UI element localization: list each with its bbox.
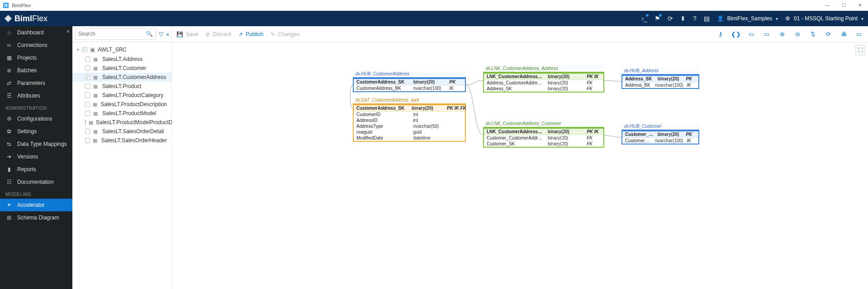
sidebar-item-attributes[interactable]: ☰Attributes [0, 89, 72, 102]
tree-checkbox[interactable] [85, 129, 90, 134]
tree-root[interactable]: ▾ ▣ AWLT_SRC [72, 45, 171, 55]
database-icon[interactable]: ▤ [704, 15, 710, 22]
tree-node[interactable]: ▦SalesLT.SalesOrderDetail [72, 127, 171, 136]
sidebar-item-projects[interactable]: ▦Projects [0, 51, 72, 64]
entity-lnk_customer[interactable]: dv.LNK_CustomerAddress_CustomerLNK_Custo… [483, 120, 604, 148]
sidebar-item-label: Reports [17, 166, 36, 172]
customer-selector[interactable]: ⚙ 01 - MSSQL Starting Point ▾ [785, 15, 863, 22]
refresh-icon[interactable]: ⟳ [668, 15, 673, 22]
tree-node[interactable]: ▦SalesLT.CustomerAddress [72, 73, 171, 82]
tree-checkbox[interactable] [85, 75, 90, 80]
tree-node[interactable]: ▦SalesLT.ProductModelProductDes... [72, 118, 171, 127]
type-icon[interactable]: ❮❯ [731, 30, 740, 39]
entity-hub_customer[interactable]: dv.HUB_CustomerCustomer_SKbinary(20)PKCu… [621, 123, 699, 144]
tree-checkbox[interactable] [85, 93, 90, 98]
col-name: Address_SK [487, 86, 544, 91]
tree-checkbox[interactable] [85, 84, 90, 89]
refresh2-icon[interactable]: ⟳ [824, 30, 833, 39]
sidebar-item-configurations[interactable]: ⚙Configurations [0, 112, 72, 125]
sidebar-item-connections[interactable]: ∞Connections [0, 39, 72, 51]
tree-checkbox[interactable] [85, 102, 90, 107]
parameters-icon: ⇄ [5, 80, 13, 86]
sidebar-item-accelerator[interactable]: ✶Accelerator [0, 199, 72, 211]
tree-root-checkbox[interactable] [82, 47, 87, 52]
tree-node-label: SalesLT.Customer [102, 65, 146, 71]
sidebar: « ⌂Dashboard∞Connections▦Projects≣Batche… [0, 26, 72, 289]
print-icon[interactable]: 🖶 [839, 30, 848, 39]
sidebar-item-label: Data Type Mappings [17, 141, 67, 147]
sidebar-item-documentation[interactable]: ☷Documentation [0, 176, 72, 188]
search-icon[interactable]: 🔍 [146, 31, 153, 37]
tree-node[interactable]: ▦SalesLT.ProductDescription [72, 100, 171, 109]
sidebar-item-settings[interactable]: ✿Settings [0, 125, 72, 138]
tree-checkbox[interactable] [85, 65, 90, 71]
key-icon[interactable]: ⚷ [716, 30, 725, 39]
fullscreen-icon[interactable]: ⛶ [855, 45, 865, 55]
entity-row: Customer_CustomerAddress_SKbinary(20)FK [484, 135, 603, 141]
search-input[interactable] [78, 31, 146, 37]
box1-icon[interactable]: ▭ [747, 30, 756, 39]
sidebar-item-dashboard[interactable]: ⌂Dashboard [0, 26, 72, 39]
documentation-icon: ☷ [5, 179, 13, 185]
sidebar-section-admin: ADMINISTRATION [0, 102, 72, 112]
window-minimize[interactable]: — [819, 0, 835, 11]
col-type: binary(20) [548, 74, 583, 79]
tree-node[interactable]: ▦SalesLT.ProductModel [72, 109, 171, 118]
export-icon[interactable]: ▭ [854, 30, 863, 39]
col-type: int [413, 112, 446, 117]
tree-node[interactable]: ▦SalesLT.Product [72, 82, 171, 91]
entity-hub_customeraddress[interactable]: dv.HUB_CustomerAddressCustomerAddress_SK… [353, 70, 466, 92]
tree-checkbox[interactable] [85, 111, 90, 116]
layout-icon[interactable]: ⇅ [808, 30, 817, 39]
canvas[interactable]: ⛶ dv.HUB_CustomerAddressCustomerAddress_… [172, 42, 868, 289]
flag-icon[interactable]: ⚑ [655, 15, 660, 22]
filter-icon[interactable]: ▽ [159, 29, 163, 38]
tree-node[interactable]: ▦SalesLT.Address [72, 55, 171, 64]
window-close[interactable]: ✕ [852, 0, 868, 11]
sidebar-collapse-icon[interactable]: « [66, 28, 70, 34]
col-keys: FK [587, 135, 601, 140]
col-keys: IK [687, 138, 696, 143]
tree-node-label: SalesLT.SalesOrderDetail [102, 128, 164, 135]
tree: ▾ ▣ AWLT_SRC ▦SalesLT.Address▦SalesLT.Cu… [72, 42, 171, 148]
sidebar-item-reports[interactable]: ▮Reports [0, 163, 72, 176]
entity-sat_customeraddress[interactable]: dv.SAT_CustomerAddress_awltCustomerAddre… [353, 97, 466, 142]
tree-node[interactable]: ▦SalesLT.SalesOrderHeader [72, 136, 171, 145]
help-icon[interactable]: ? [693, 15, 697, 22]
columns-icon[interactable]: ⬍ [680, 15, 686, 22]
entity-row: Address_BKnvarchar(100)IK [622, 82, 698, 88]
entity-row: rowguidguid [354, 129, 465, 135]
project-selector[interactable]: 👤 BimlFlex_Samples ▾ [717, 15, 778, 22]
col-name: Customer_BK [625, 138, 651, 143]
tree-collapse-icon[interactable]: « [166, 29, 169, 38]
tree-checkbox[interactable] [85, 120, 86, 125]
entity-lnk_address[interactable]: dv.LNK_CustomerAddress_AddressLNK_Custom… [483, 65, 604, 93]
sidebar-item-schemadiagram[interactable]: ⊞Schema Diagram [0, 211, 72, 224]
zoom-out-icon[interactable]: ⊖ [793, 30, 802, 39]
sidebar-item-parameters[interactable]: ⇄Parameters [0, 77, 72, 89]
tree-node[interactable]: ▦SalesLT.Customer [72, 64, 171, 73]
col-type: binary(20) [548, 141, 583, 146]
save-button[interactable]: 💾Save [176, 31, 198, 37]
entity-row: LNK_CustomerAddress_Customer_SKbinary(20… [484, 129, 603, 135]
zoom-in-icon[interactable]: ⊕ [778, 30, 787, 39]
publish-button[interactable]: ↗Publish [238, 31, 263, 37]
changes-button[interactable]: ✎Changes [270, 31, 299, 37]
tree-node[interactable]: ▦SalesLT.ProductCategory [72, 91, 171, 100]
box2-icon[interactable]: ▭ [762, 30, 771, 39]
sidebar-item-versions[interactable]: ➔Versions [0, 150, 72, 163]
col-name: Customer_SK [487, 141, 544, 146]
col-keys: IK [450, 86, 463, 91]
window-maximize[interactable]: ☐ [835, 0, 852, 11]
discard-button[interactable]: ⊘Discard [205, 31, 231, 37]
entity-hub_address[interactable]: dv.HUB_AddressAddress_SKbinary(20)PKAddr… [621, 67, 699, 89]
console-icon[interactable]: ›_ [641, 15, 647, 22]
tree-panel: 🔍 ▽ « ▾ ▣ AWLT_SRC ▦SalesLT.Address▦Sale… [72, 26, 172, 289]
search-input-wrapper[interactable]: 🔍 [75, 28, 156, 40]
tree-checkbox[interactable] [85, 56, 90, 62]
col-keys: FK [587, 80, 601, 85]
tree-checkbox[interactable] [85, 138, 90, 143]
col-keys: IK [687, 83, 696, 88]
sidebar-item-batches[interactable]: ≣Batches [0, 64, 72, 77]
sidebar-item-datatypemap[interactable]: ⇆Data Type Mappings [0, 138, 72, 150]
